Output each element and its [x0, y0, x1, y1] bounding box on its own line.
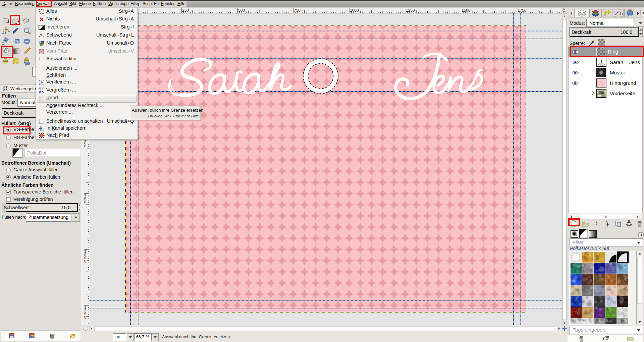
svg-text:250: 250: [182, 8, 189, 13]
svg-text:750: 750: [84, 193, 86, 204]
svg-text:1250: 1250: [406, 8, 415, 13]
svg-text:1500: 1500: [462, 8, 471, 13]
svg-text:500: 500: [238, 8, 245, 13]
svg-text:T: T: [600, 59, 603, 64]
svg-text:1750: 1750: [518, 8, 527, 13]
svg-text:1250: 1250: [84, 305, 86, 319]
svg-text:1000: 1000: [350, 8, 359, 13]
svg-text:750: 750: [294, 8, 301, 13]
svg-text:1000: 1000: [84, 249, 86, 263]
